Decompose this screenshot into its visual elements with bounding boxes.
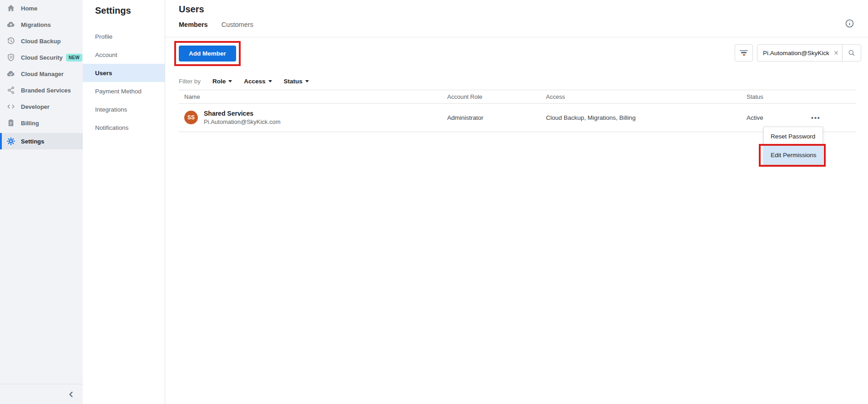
settings-panel: Settings Profile Account Users Payment M… bbox=[83, 0, 165, 404]
main-header: Users Members Customers bbox=[165, 0, 868, 37]
search-box bbox=[757, 44, 861, 61]
clipboard-icon bbox=[6, 118, 15, 128]
sidebar-item-label: Cloud Manager bbox=[21, 71, 64, 77]
column-header-access: Access bbox=[546, 93, 747, 100]
member-status: Active bbox=[747, 114, 801, 121]
shield-icon bbox=[6, 53, 15, 62]
column-header-name: Name bbox=[179, 93, 447, 100]
settings-nav: Profile Account Users Payment Method Int… bbox=[83, 27, 165, 137]
chevron-down-icon bbox=[305, 80, 309, 82]
member-name: Shared Services bbox=[204, 109, 281, 118]
code-icon bbox=[6, 102, 15, 111]
column-header-status: Status bbox=[747, 93, 801, 100]
primary-nav: Home Migrations Cloud Backup Cloud Secur… bbox=[0, 0, 83, 149]
chevron-left-icon[interactable] bbox=[67, 390, 76, 399]
filter-dropdown-label: Access bbox=[244, 78, 265, 85]
member-account-role: Administrator bbox=[447, 114, 546, 121]
settings-panel-title: Settings bbox=[83, 5, 165, 16]
sidebar-item-home[interactable]: Home bbox=[0, 0, 83, 16]
toolbar-right-controls bbox=[735, 44, 861, 61]
sidebar-item-settings[interactable]: Settings bbox=[0, 133, 83, 149]
member-actions-cell: ••• bbox=[801, 114, 856, 122]
settings-nav-item-users[interactable]: Users bbox=[83, 64, 165, 82]
cloud-check-icon bbox=[6, 69, 15, 78]
table-header: Name Account Role Access Status bbox=[179, 90, 856, 104]
sidebar-item-label: Settings bbox=[21, 138, 44, 145]
add-member-button[interactable]: Add Member bbox=[179, 46, 236, 61]
chevron-down-icon bbox=[228, 80, 232, 82]
members-table: Name Account Role Access Status SS Share… bbox=[179, 90, 856, 132]
member-name-cell: SS Shared Services Pi.Automation@SkyKick… bbox=[179, 109, 447, 126]
sidebar-item-migrations[interactable]: Migrations bbox=[0, 16, 83, 33]
new-badge: NEW bbox=[66, 54, 82, 61]
chevron-down-icon bbox=[268, 80, 272, 82]
row-context-menu: Reset Password Edit Permissions bbox=[763, 127, 823, 165]
sidebar-item-billing[interactable]: Billing bbox=[0, 115, 83, 131]
settings-nav-item-payment-method[interactable]: Payment Method bbox=[83, 82, 165, 100]
column-header-account-role: Account Role bbox=[447, 93, 546, 100]
home-icon bbox=[6, 4, 15, 13]
filter-icon-bar bbox=[741, 52, 747, 53]
share-icon bbox=[6, 86, 15, 95]
main-content: Users Members Customers Add Member bbox=[165, 0, 868, 404]
table-row: SS Shared Services Pi.Automation@SkyKick… bbox=[179, 104, 856, 132]
add-member-highlight-box: Add Member bbox=[174, 41, 241, 66]
sidebar-item-label: Billing bbox=[21, 120, 39, 127]
filter-row: Filter by Role Access Status bbox=[179, 77, 868, 86]
search-input[interactable] bbox=[757, 50, 830, 56]
close-icon[interactable] bbox=[830, 45, 842, 61]
member-name-block: Shared Services Pi.Automation@SkyKick.co… bbox=[204, 109, 281, 126]
sidebar-item-cloud-backup[interactable]: Cloud Backup bbox=[0, 33, 83, 49]
settings-nav-item-notifications[interactable]: Notifications bbox=[83, 118, 165, 137]
filter-dropdown-access[interactable]: Access bbox=[244, 78, 272, 85]
page-title: Users bbox=[179, 4, 868, 15]
avatar: SS bbox=[184, 111, 198, 124]
gear-icon bbox=[6, 137, 15, 146]
search-icon[interactable] bbox=[843, 45, 861, 61]
primary-sidebar: Home Migrations Cloud Backup Cloud Secur… bbox=[0, 0, 83, 404]
sidebar-item-cloud-security[interactable]: Cloud Security NEW bbox=[0, 49, 83, 66]
filter-dropdown-role[interactable]: Role bbox=[212, 78, 232, 85]
cloud-upload-icon bbox=[6, 20, 15, 29]
sidebar-item-label: Developer bbox=[21, 103, 50, 110]
sidebar-item-label: Cloud Backup bbox=[21, 38, 61, 45]
sidebar-item-label: Cloud Security bbox=[21, 54, 63, 61]
sidebar-item-label: Home bbox=[21, 5, 37, 12]
member-email: Pi.Automation@SkyKick.com bbox=[204, 118, 281, 126]
filter-icon-bar bbox=[740, 50, 748, 51]
sidebar-item-developer[interactable]: Developer bbox=[0, 98, 83, 115]
settings-nav-item-account[interactable]: Account bbox=[83, 46, 165, 64]
tab-members[interactable]: Members bbox=[179, 21, 208, 31]
tab-customers[interactable]: Customers bbox=[222, 21, 253, 31]
toolbar: Add Member bbox=[165, 37, 868, 66]
menu-item-edit-permissions[interactable]: Edit Permissions bbox=[764, 146, 823, 164]
member-access: Cloud Backup, Migrations, Billing bbox=[546, 114, 747, 121]
menu-item-reset-password[interactable]: Reset Password bbox=[764, 127, 823, 146]
filter-icon-bar bbox=[743, 54, 745, 56]
sidebar-footer bbox=[0, 384, 83, 404]
filter-dropdown-status[interactable]: Status bbox=[284, 78, 309, 85]
settings-nav-item-integrations[interactable]: Integrations bbox=[83, 100, 165, 118]
filter-icon[interactable] bbox=[735, 44, 753, 61]
ellipsis-icon[interactable]: ••• bbox=[811, 114, 821, 122]
settings-nav-item-profile[interactable]: Profile bbox=[83, 27, 165, 46]
filter-dropdown-label: Status bbox=[284, 78, 303, 85]
sidebar-item-branded-services[interactable]: Branded Services bbox=[0, 82, 83, 98]
info-icon[interactable] bbox=[845, 19, 854, 28]
history-icon bbox=[6, 36, 15, 46]
app-window: Home Migrations Cloud Backup Cloud Secur… bbox=[0, 0, 868, 404]
sidebar-item-label: Migrations bbox=[21, 21, 51, 28]
filter-by-label: Filter by bbox=[179, 78, 201, 85]
tab-bar: Members Customers bbox=[179, 21, 868, 31]
filter-dropdown-label: Role bbox=[212, 78, 226, 85]
sidebar-item-label: Branded Services bbox=[21, 87, 71, 94]
sidebar-item-cloud-manager[interactable]: Cloud Manager bbox=[0, 66, 83, 82]
